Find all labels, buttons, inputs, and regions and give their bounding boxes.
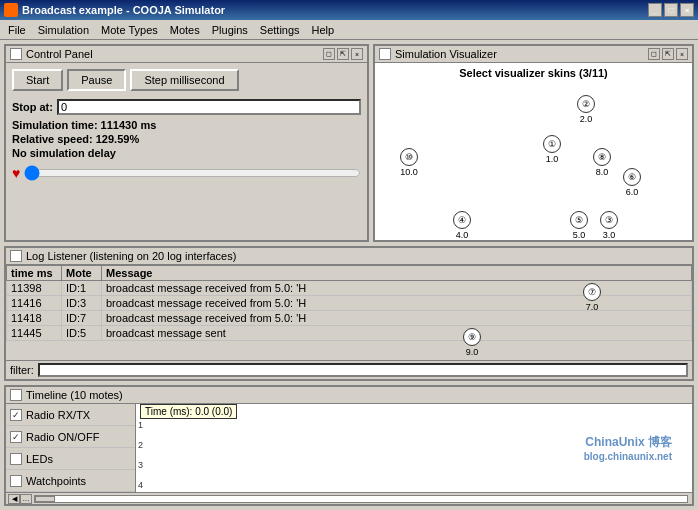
- control-buttons: Start Pause Step millisecond: [12, 69, 361, 91]
- maximize-button[interactable]: □: [664, 3, 678, 17]
- viz-body[interactable]: Select visualizer skins (3/11) ① 1.0 ② 2…: [375, 63, 692, 240]
- mote-5-circle: ⑤: [570, 211, 588, 229]
- title-bar: Broadcast example - COOJA Simulator _ □ …: [0, 0, 698, 20]
- mote-10-circle: ⑩: [400, 148, 418, 166]
- heart-icon: ♥: [12, 165, 20, 181]
- stop-at-row: Stop at:: [12, 99, 361, 115]
- mote-9[interactable]: ⑨ 9.0: [463, 328, 481, 357]
- watermark-line2: blog.chinaunix.net: [584, 451, 672, 462]
- tl-checkbox-0[interactable]: [10, 409, 22, 421]
- log-row-0-message: broadcast message received from 5.0: 'H: [102, 281, 692, 296]
- pause-button[interactable]: Pause: [67, 69, 126, 91]
- tl-label-text-0: Radio RX/TX: [26, 409, 90, 421]
- log-row-3-message: broadcast message sent: [102, 326, 692, 341]
- menu-settings[interactable]: Settings: [254, 22, 306, 38]
- log-row-2-message: broadcast message received from 5.0: 'H: [102, 311, 692, 326]
- scroll-track[interactable]: [34, 495, 688, 503]
- mote-6[interactable]: ⑥ 6.0: [623, 168, 641, 197]
- tl-checkbox-2[interactable]: [10, 453, 22, 465]
- log-body: time ms Mote Message 11398 ID:1 broadcas…: [6, 265, 692, 360]
- scroll-dots-button[interactable]: …: [20, 494, 32, 504]
- log-col-mote: Mote: [62, 266, 102, 281]
- log-row-1-message: broadcast message received from 5.0: 'H: [102, 296, 692, 311]
- mote-8[interactable]: ⑧ 8.0: [593, 148, 611, 177]
- mote-1[interactable]: ① 1.0: [543, 135, 561, 164]
- tl-num-2: 2: [136, 440, 143, 460]
- menu-bar: File Simulation Mote Types Motes Plugins…: [0, 20, 698, 40]
- tl-label-text-1: Radio ON/OFF: [26, 431, 99, 443]
- filter-row: filter:: [6, 360, 692, 379]
- log-row-3-time: 11445: [7, 326, 62, 341]
- viz-title-bar: Simulation Visualizer ◻ ⇱ ×: [375, 46, 692, 63]
- mote-10[interactable]: ⑩ 10.0: [400, 148, 418, 177]
- mote-1-label: 1.0: [546, 154, 559, 164]
- top-section: Control Panel ◻ ⇱ × Start Pause Step mil…: [0, 40, 698, 244]
- viz-controls: ◻ ⇱ ×: [648, 48, 688, 60]
- timeline-title: Timeline (10 motes): [26, 389, 123, 401]
- log-col-time: time ms: [7, 266, 62, 281]
- filter-label: filter:: [10, 364, 34, 376]
- mote-7-label: 7.0: [586, 302, 599, 312]
- control-panel-body: Start Pause Step millisecond Stop at: Si…: [6, 63, 367, 187]
- mote-10-label: 10.0: [400, 167, 418, 177]
- viz-shrink-button[interactable]: ◻: [648, 48, 660, 60]
- start-button[interactable]: Start: [12, 69, 63, 91]
- mote-5[interactable]: ⑤ 5.0: [570, 211, 588, 240]
- tl-label-1: Radio ON/OFF: [6, 426, 135, 448]
- stop-at-label: Stop at:: [12, 101, 53, 113]
- menu-mote-types[interactable]: Mote Types: [95, 22, 164, 38]
- menu-simulation[interactable]: Simulation: [32, 22, 95, 38]
- watermark: ChinaUnix 博客 blog.chinaunix.net: [584, 434, 672, 462]
- filter-input[interactable]: [38, 363, 688, 377]
- log-title: Log Listener (listening on 20 log interf…: [26, 250, 236, 262]
- stop-at-input[interactable]: [57, 99, 361, 115]
- app-icon: [4, 3, 18, 17]
- step-button[interactable]: Step millisecond: [130, 69, 238, 91]
- menu-motes[interactable]: Motes: [164, 22, 206, 38]
- panel-close-button[interactable]: ×: [351, 48, 363, 60]
- viz-title: Simulation Visualizer: [395, 48, 497, 60]
- delay-slider[interactable]: [24, 166, 361, 180]
- mote-8-circle: ⑧: [593, 148, 611, 166]
- menu-help[interactable]: Help: [306, 22, 341, 38]
- panel-controls: ◻ ⇱ ×: [323, 48, 363, 60]
- viz-close-button[interactable]: ×: [676, 48, 688, 60]
- close-button[interactable]: ×: [680, 3, 694, 17]
- log-row-1-mote: ID:3: [62, 296, 102, 311]
- timeline-labels: Radio RX/TX Radio ON/OFF LEDs Watchpoint…: [6, 404, 136, 492]
- relative-speed-label: Relative speed: 129.59%: [12, 133, 361, 145]
- mote-3-label: 3.0: [603, 230, 616, 240]
- log-col-message: Message: [102, 266, 692, 281]
- viz-expand-button[interactable]: ⇱: [662, 48, 674, 60]
- timeline-canvas[interactable]: Time (ms): 0.0 (0.0) 1 2 3 4 5 6 ChinaUn…: [136, 404, 692, 492]
- tl-checkbox-3[interactable]: [10, 475, 22, 487]
- panel-expand-button[interactable]: ⇱: [337, 48, 349, 60]
- panel-shrink-button[interactable]: ◻: [323, 48, 335, 60]
- log-row-3: 11445 ID:5 broadcast message sent: [7, 326, 692, 341]
- timeline-numbers: 1 2 3 4 5 6: [136, 420, 143, 492]
- mote-7[interactable]: ⑦ 7.0: [583, 283, 601, 312]
- menu-plugins[interactable]: Plugins: [206, 22, 254, 38]
- mote-8-label: 8.0: [596, 167, 609, 177]
- scroll-thumb[interactable]: [35, 496, 55, 502]
- minimize-button[interactable]: _: [648, 3, 662, 17]
- scroll-left-button[interactable]: ◀: [8, 494, 20, 504]
- mote-9-label: 9.0: [466, 347, 479, 357]
- mote-4[interactable]: ④ 4.0: [453, 211, 471, 240]
- mote-2-label: 2.0: [580, 114, 593, 124]
- log-listener: Log Listener (listening on 20 log interf…: [4, 246, 694, 381]
- no-delay-label: No simulation delay: [12, 147, 361, 159]
- tl-checkbox-1[interactable]: [10, 431, 22, 443]
- log-row-3-mote: ID:5: [62, 326, 102, 341]
- mote-3[interactable]: ③ 3.0: [600, 211, 618, 240]
- mote-4-label: 4.0: [456, 230, 469, 240]
- menu-file[interactable]: File: [2, 22, 32, 38]
- mote-2[interactable]: ② 2.0: [577, 95, 595, 124]
- log-icon: [10, 250, 22, 262]
- delay-slider-row: ♥: [12, 165, 361, 181]
- timeline-scrollbar[interactable]: ◀ …: [6, 492, 692, 504]
- mote-3-circle: ③: [600, 211, 618, 229]
- log-row-2-mote: ID:7: [62, 311, 102, 326]
- log-row-2-time: 11418: [7, 311, 62, 326]
- tl-label-text-3: Watchpoints: [26, 475, 86, 487]
